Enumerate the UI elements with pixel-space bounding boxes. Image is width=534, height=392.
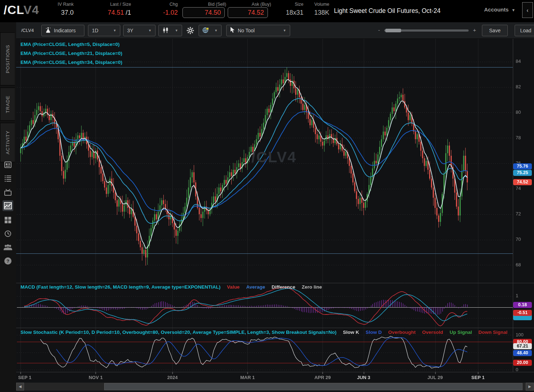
chart-settings-gear-icon[interactable] — [185, 25, 196, 36]
chevron-down-icon: ▼ — [214, 29, 218, 32]
chg-label: Chg — [151, 2, 178, 7]
save-button[interactable]: Save — [482, 25, 508, 36]
symbol-watermark: /CLV4 — [251, 149, 297, 166]
zoom-slider-thumb[interactable] — [385, 29, 401, 32]
timeframe-dropdown[interactable]: 1D▼ — [88, 25, 120, 36]
macd-legend-item: Difference — [271, 284, 295, 290]
chg-value: -1.02 — [151, 9, 178, 17]
chart-type-dropdown[interactable]: ▼ — [158, 25, 182, 36]
stoch-legend-item: Up Signal — [450, 330, 472, 335]
zoom-in-label[interactable]: + — [473, 27, 476, 33]
stoch-legend-item: Slow K — [343, 330, 359, 335]
stoch-legend-item: Down Signal — [478, 330, 507, 335]
ema-legend-line: EMA (Price=CLOSE, Length=34, Displace=0) — [20, 60, 122, 65]
macd-legend: MACD (Fast length=12, Slow length=26, MA… — [20, 284, 511, 290]
ema-legend-line: EMA (Price=CLOSE, Length=5, Displace=0) — [20, 42, 122, 47]
chevron-down-icon: ▼ — [175, 29, 178, 32]
last-size-value: 74.51 /1 — [86, 9, 131, 17]
macd-legend-item: Average — [246, 284, 265, 290]
stoch-legend-title: Slow Stochastic (K Period=10, D Period=1… — [20, 330, 336, 335]
indicators-button[interactable]: Indicators — [41, 25, 84, 36]
bid-label: Bid (Sell) — [187, 2, 226, 7]
quote-header: /CLV4 IV Rank 37.0 Last / Size 74.51 /1 … — [0, 0, 534, 22]
price-axis-chip: 75.76 — [513, 163, 532, 169]
chart-toolbar: /CLV4 Indicators 1D▼ 3Y▼ ▼ ▼ No Tool▼ - … — [16, 22, 534, 39]
sidebar-tab-activity[interactable]: ACTIVITY — [0, 123, 15, 162]
chart-symbol-label: /CLV4 — [21, 28, 34, 33]
scrollbar-thumb[interactable] — [104, 383, 523, 390]
charts-icon[interactable] — [3, 200, 13, 211]
horizontal-scrollbar[interactable]: ◀ ▶ — [16, 383, 534, 391]
ema-legend: EMA (Price=CLOSE, Length=5, Displace=0) … — [20, 42, 122, 69]
last-size-label: Last / Size — [86, 2, 131, 7]
load-button[interactable]: Load — [515, 25, 534, 36]
grid-apps-icon[interactable] — [3, 215, 13, 225]
symbol-logo: /CLV4 — [4, 3, 39, 17]
price-axis-chip: 75.25 — [513, 170, 532, 176]
contract-title: Light Sweet Crude Oil Futures, Oct-24 — [334, 7, 441, 15]
drawing-sets-dropdown[interactable]: ▼ — [199, 25, 222, 36]
iv-rank-label: IV Rank — [43, 2, 74, 7]
news-icon[interactable] — [3, 159, 13, 170]
collapse-panel-button[interactable]: ‹ — [522, 2, 533, 18]
history-clock-icon[interactable] — [3, 228, 13, 239]
iv-rank-value: 37.0 — [43, 9, 74, 17]
volume-label: Volume — [307, 2, 329, 7]
zoom-slider[interactable] — [384, 29, 469, 32]
stoch-legend-item: Overbought — [388, 330, 416, 335]
community-people-icon[interactable] — [3, 242, 13, 253]
size-value: 18x31 — [278, 9, 303, 17]
chevron-down-icon: ▼ — [148, 29, 152, 32]
zoom-out-label[interactable]: - — [378, 27, 380, 33]
stoch-axis-chip: 67.21 — [513, 343, 532, 349]
help-icon[interactable]: ? — [3, 256, 13, 266]
globe-grid-icon — [203, 27, 209, 34]
sidebar-tab-trade[interactable]: TRADE — [0, 88, 15, 121]
ema-legend-line: EMA (Price=CLOSE, Length=21, Displace=0) — [20, 51, 122, 56]
volume-value: 138K — [307, 9, 329, 17]
flask-icon — [45, 27, 51, 34]
size-label: Size — [278, 2, 303, 7]
ask-button[interactable]: 74.52 — [228, 7, 268, 18]
macd-legend-item: Zero line — [302, 284, 322, 290]
candlestick-type-icon — [162, 27, 169, 34]
drawing-tool-dropdown[interactable]: No Tool▼ — [226, 25, 290, 36]
stoch-axis-chip: 20.00 — [513, 360, 532, 366]
scroll-left-arrow[interactable]: ◀ — [16, 383, 24, 391]
left-sidebar: POSITIONS TRADE ACTIVITY ? — [0, 22, 16, 392]
chart-panel: /CLV4 Indicators 1D▼ 3Y▼ ▼ ▼ No Tool▼ - … — [16, 22, 534, 392]
sidebar-tab-positions[interactable]: POSITIONS — [0, 32, 15, 85]
stoch-legend: Slow Stochastic (K Period=10, D Period=1… — [20, 330, 511, 335]
bid-button[interactable]: 74.50 — [182, 7, 225, 18]
chevron-down-icon: ▼ — [113, 29, 116, 32]
ask-label: Ask (Buy) — [232, 2, 271, 7]
stoch-axis-chip: 48.40 — [513, 350, 532, 356]
tv-icon[interactable] — [3, 187, 13, 197]
svg-text:?: ? — [6, 258, 9, 264]
range-dropdown[interactable]: 3Y▼ — [123, 25, 155, 36]
stoch-legend-item: Oversold — [422, 330, 443, 335]
cursor-icon — [230, 27, 235, 34]
accounts-dropdown[interactable]: Accounts▼ — [484, 6, 515, 13]
chevron-down-icon: ▼ — [511, 8, 515, 12]
chevron-down-icon: ▼ — [283, 29, 286, 32]
macd-axis-chip: 0.18 — [513, 302, 532, 308]
macd-axis-chip: -0.51 — [513, 310, 532, 316]
watchlist-icon[interactable] — [3, 173, 13, 184]
stoch-legend-item: Slow D — [366, 330, 382, 335]
macd-legend-item: Value — [227, 284, 240, 290]
price-axis-chip: 74.52 — [513, 179, 532, 185]
scroll-right-arrow[interactable]: ▶ — [526, 383, 534, 391]
macd-legend-title: MACD (Fast length=12, Slow length=26, MA… — [20, 284, 220, 290]
